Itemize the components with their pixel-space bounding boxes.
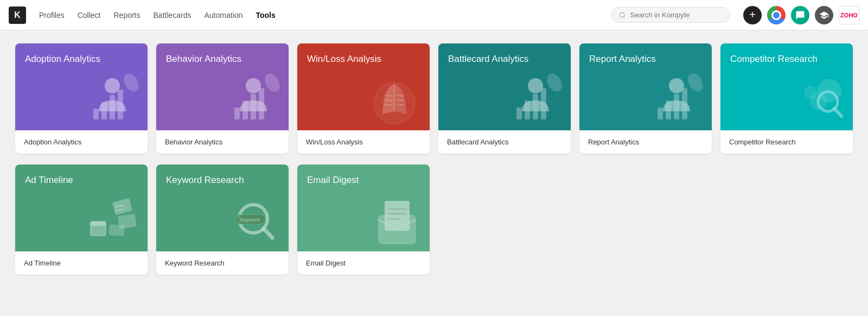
nav-links: Profiles Collect Reports Battlecards Aut… [39, 9, 276, 22]
svg-rect-4 [101, 102, 107, 119]
svg-rect-26 [541, 88, 546, 119]
svg-rect-11 [251, 94, 256, 119]
svg-rect-29 [658, 108, 663, 119]
svg-line-20 [396, 100, 404, 100]
card-image-report: Report Analytics [579, 43, 712, 130]
chrome-icon[interactable] [767, 6, 786, 24]
svg-point-36 [804, 86, 817, 99]
svg-rect-6 [118, 90, 123, 119]
svg-rect-32 [682, 88, 687, 119]
tool-card-battlecard-analytics[interactable]: Battlecard Analytics Battlecard Analytic… [438, 43, 571, 154]
nav-collect[interactable]: Collect [78, 9, 101, 22]
card-image-ad: Ad Timeline [15, 165, 148, 251]
graduation-icon[interactable] [815, 6, 833, 24]
svg-rect-5 [110, 95, 115, 119]
search-icon [619, 11, 626, 19]
behavior-illustration [224, 71, 283, 125]
card-image-battlecard: Battlecard Analytics [438, 43, 571, 130]
add-button[interactable]: + [743, 6, 762, 24]
svg-rect-31 [674, 94, 679, 119]
nav-battlecards[interactable]: Battlecards [154, 9, 192, 22]
card-image-winloss: Win/Loss Analysis [297, 43, 430, 130]
card-label-adoption: Adoption Analytics [15, 130, 148, 154]
svg-point-0 [620, 12, 624, 17]
card-label-behavior: Behavior Analytics [156, 130, 289, 154]
nav-logo[interactable]: K [9, 7, 26, 24]
nav-automation[interactable]: Automation [205, 9, 243, 22]
svg-line-17 [385, 100, 393, 100]
adoption-illustration [82, 71, 142, 125]
card-title-email: Email Digest [307, 174, 359, 186]
tools-row1: Adoption Analytics Adoption Analytics [15, 43, 853, 154]
svg-rect-50 [385, 201, 410, 231]
main-content: Adoption Analytics Adoption Analytics [0, 30, 868, 288]
svg-rect-30 [666, 100, 671, 119]
nav-reports[interactable]: Reports [113, 9, 140, 22]
svg-rect-10 [242, 100, 248, 119]
card-image-competitor: Competitor Research [720, 43, 853, 130]
card-title-battlecard: Battlecard Analytics [448, 53, 528, 65]
card-label-winloss: Win/Loss Analysis [297, 130, 430, 154]
svg-line-38 [834, 109, 841, 116]
email-illustration [373, 195, 422, 247]
card-title-ad: Ad Timeline [25, 174, 73, 186]
svg-rect-24 [525, 100, 530, 119]
card-label-competitor: Competitor Research [720, 130, 853, 154]
card-image-adoption: Adoption Analytics [15, 43, 148, 130]
tools-row2: Ad Timeline Ad Timeline Keyw [15, 165, 853, 275]
card-title-adoption: Adoption Analytics [25, 53, 100, 65]
competitor-illustration [789, 72, 848, 126]
tool-card-report-analytics[interactable]: Report Analytics Report Analytics [579, 43, 712, 154]
svg-rect-25 [533, 94, 538, 119]
svg-rect-3 [93, 109, 99, 119]
svg-rect-43 [108, 224, 125, 236]
ad-illustration [82, 192, 142, 246]
svg-point-33 [685, 71, 706, 94]
tool-card-ad-timeline[interactable]: Ad Timeline Ad Timeline [15, 165, 148, 275]
card-title-winloss: Win/Loss Analysis [307, 53, 381, 65]
keyword-illustration: Keyword [224, 192, 283, 246]
nav-profiles[interactable]: Profiles [39, 9, 65, 22]
chat-icon[interactable] [791, 6, 809, 24]
svg-point-7 [121, 71, 142, 94]
battlecard-illustration [506, 71, 565, 125]
svg-point-27 [544, 71, 565, 94]
card-title-report: Report Analytics [589, 53, 656, 65]
tool-card-email-digest[interactable]: Email Digest Email Digest [297, 165, 430, 275]
card-image-behavior: Behavior Analytics [156, 43, 289, 130]
card-title-competitor: Competitor Research [730, 53, 818, 65]
card-image-email: Email Digest [297, 165, 430, 251]
report-illustration [647, 71, 706, 125]
svg-line-1 [624, 16, 625, 17]
svg-point-8 [246, 78, 261, 93]
card-label-keyword: Keyword Research [156, 251, 289, 275]
zoho-icon[interactable]: ZOHO [839, 6, 859, 24]
svg-point-22 [528, 78, 543, 93]
svg-point-13 [262, 71, 283, 94]
svg-rect-40 [91, 222, 106, 226]
card-image-keyword: Keyword Research Keyword [156, 165, 289, 251]
svg-line-47 [264, 229, 272, 238]
tool-card-keyword-research[interactable]: Keyword Research Keyword Keyword Researc… [156, 165, 289, 275]
card-label-email: Email Digest [297, 251, 430, 275]
svg-rect-23 [516, 108, 522, 119]
tool-card-behavior-analytics[interactable]: Behavior Analytics Behavior Analytics [156, 43, 289, 154]
card-title-behavior: Behavior Analytics [166, 53, 241, 65]
winloss-illustration [367, 76, 422, 125]
svg-text:Keyword: Keyword [240, 217, 259, 223]
navbar: K Profiles Collect Reports Battlecards A… [0, 0, 868, 30]
card-label-report: Report Analytics [579, 130, 712, 154]
svg-rect-9 [234, 108, 240, 119]
card-title-keyword: Keyword Research [166, 174, 244, 186]
svg-rect-12 [259, 88, 264, 119]
card-label-battlecard: Battlecard Analytics [438, 130, 571, 154]
svg-point-28 [669, 78, 684, 93]
nav-tools[interactable]: Tools [256, 9, 275, 22]
card-label-ad: Ad Timeline [15, 251, 148, 275]
tool-card-adoption-analytics[interactable]: Adoption Analytics Adoption Analytics [15, 43, 148, 154]
svg-point-2 [105, 78, 120, 93]
search-input[interactable] [630, 11, 722, 19]
tool-card-competitor-research[interactable]: Competitor Research Competitor Research [720, 43, 853, 154]
tool-card-win-loss[interactable]: Win/Loss Analysis Win/Loss Analysis [297, 43, 430, 154]
search-bar [611, 7, 730, 23]
